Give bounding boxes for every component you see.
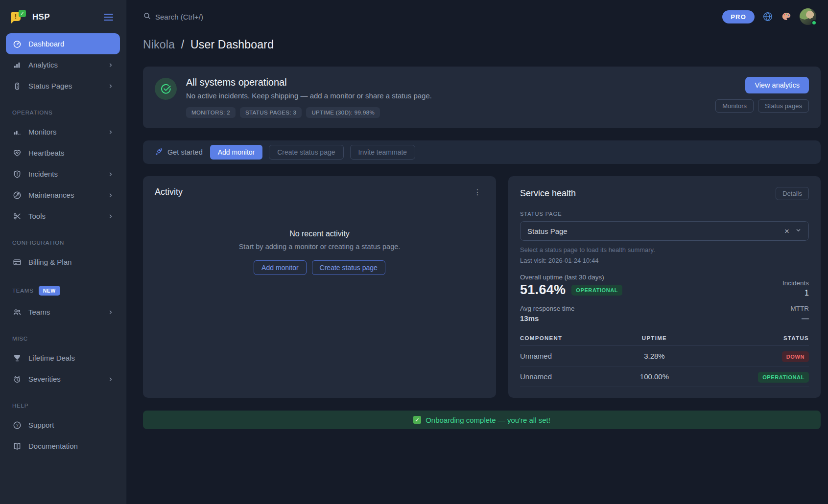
user-avatar[interactable] [800, 8, 816, 25]
breadcrumb-parent[interactable]: Nikola [143, 38, 175, 51]
chevron-right-icon [108, 129, 114, 135]
sidebar-item-documentation[interactable]: Documentation [6, 435, 120, 457]
sidebar-item-label: Severities [28, 375, 61, 383]
language-globe-icon[interactable] [762, 11, 773, 22]
table-row: Unnamed 100.00% OPERATIONAL [520, 367, 809, 387]
get-started-bar: Get started Add monitor Create status pa… [143, 140, 821, 164]
sidebar-item-severities[interactable]: Severities [6, 368, 120, 389]
global-search[interactable] [143, 12, 273, 22]
service-health-title: Service health [520, 188, 576, 199]
breadcrumb: Nikola / User Dashboard [126, 25, 828, 51]
online-status-dot [811, 20, 817, 25]
component-uptime: 100.00% [620, 367, 688, 387]
sidebar-item-status-pages[interactable]: Status Pages [6, 75, 120, 96]
create-status-page-button[interactable]: Create status page [269, 145, 343, 160]
kebab-menu-icon[interactable]: ⋮ [471, 187, 484, 197]
sidebar-item-lifetime-deals[interactable]: Lifetime Deals [6, 347, 120, 368]
get-started-label: Get started [155, 147, 203, 157]
table-row: Unnamed 3.28% DOWN [520, 346, 809, 367]
heart-pulse-icon [12, 148, 22, 158]
users-icon [12, 307, 22, 317]
sidebar-item-label: Maintenances [28, 191, 74, 199]
add-monitor-button[interactable]: Add monitor [210, 145, 262, 160]
sidebar-toggle-button[interactable] [102, 12, 115, 23]
status-page-field-label: STATUS PAGE [520, 211, 809, 217]
incidents-label: Incidents [782, 279, 809, 287]
mttr-label: MTTR [790, 305, 809, 312]
empty-state-subtitle: Start by adding a monitor or creating a … [155, 243, 484, 251]
sidebar-item-tools[interactable]: Tools [6, 206, 120, 227]
component-name: Unnamed [520, 346, 620, 367]
search-input[interactable] [155, 13, 273, 21]
sidebar-item-label: Incidents [28, 170, 58, 178]
incidents-value: 1 [782, 289, 809, 298]
overall-uptime-label: Overall uptime (last 30 days) [520, 274, 622, 281]
view-analytics-button[interactable]: View analytics [745, 77, 809, 93]
last-visit-text: Last visit: 2026-01-24 10:44 [520, 257, 809, 264]
chevron-right-icon [108, 192, 114, 198]
sidebar-item-label: Dashboard [28, 40, 64, 48]
sidebar-item-dashboard[interactable]: Dashboard [6, 33, 120, 54]
operational-check-icon [155, 78, 177, 100]
sidebar-item-maintenances[interactable]: Maintenances [6, 184, 120, 206]
sidebar-item-heartbeats[interactable]: Heartbeats [6, 142, 120, 163]
pro-plan-badge[interactable]: PRO [722, 10, 755, 23]
banner-text: Onboarding complete — you're all set! [426, 416, 550, 424]
sidebar-item-teams[interactable]: Teams [6, 301, 120, 322]
credit-card-icon [12, 257, 22, 267]
sidebar-item-support[interactable]: ? Support [6, 414, 120, 435]
sidebar: !✓ HSP Dashboard Analytics Status Pages … [0, 0, 126, 504]
status-page-select[interactable]: Status Page × [520, 221, 809, 241]
column-header-uptime: UPTIME [620, 331, 688, 346]
new-badge: NEW [39, 286, 60, 296]
chevron-right-icon [108, 213, 114, 219]
brand-header: !✓ HSP [6, 7, 120, 33]
system-status-card: All systems operational No active incide… [143, 67, 821, 128]
scissors-icon [12, 211, 22, 221]
chevron-right-icon [108, 376, 114, 382]
gauge-icon [12, 39, 22, 48]
sidebar-section-help: HELP [12, 403, 114, 409]
book-icon [12, 441, 22, 451]
uptime-30d-chip: UPTIME (30D): 99.98% [306, 107, 380, 118]
theme-palette-icon[interactable] [781, 11, 792, 22]
sidebar-item-billing-plan[interactable]: Billing & Plan [6, 252, 120, 273]
avg-response-value: 13ms [520, 314, 575, 322]
chevron-down-icon[interactable] [795, 227, 802, 235]
sidebar-item-label: Teams [28, 308, 50, 316]
monitors-link-button[interactable]: Monitors [715, 99, 754, 113]
empty-create-status-page-button[interactable]: Create status page [312, 260, 385, 275]
activity-title: Activity [155, 187, 183, 197]
invite-teammate-button[interactable]: Invite teammate [350, 145, 416, 160]
activity-card: Activity ⋮ No recent activity Start by a… [143, 176, 496, 398]
details-button[interactable]: Details [776, 187, 809, 200]
overall-uptime-value: 51.64% [520, 282, 566, 298]
sidebar-section-teams: TEAMS NEW [12, 286, 114, 296]
service-health-card: Service health Details STATUS PAGE Statu… [508, 176, 821, 398]
chart-bars-icon [12, 127, 22, 137]
sidebar-section-operations: OPERATIONS [12, 110, 114, 115]
chevron-right-icon [108, 83, 114, 89]
topbar: PRO [126, 0, 828, 25]
breadcrumb-separator: / [181, 38, 185, 51]
status-pages-link-button[interactable]: Status pages [758, 99, 809, 113]
sidebar-item-monitors[interactable]: Monitors [6, 121, 120, 142]
system-status-subtitle: No active incidents. Keep shipping — add… [186, 92, 432, 100]
page-title: User Dashboard [190, 38, 274, 51]
sidebar-item-incidents[interactable]: Incidents [6, 163, 120, 184]
bar-chart-icon [12, 60, 22, 69]
sidebar-item-analytics[interactable]: Analytics [6, 54, 120, 75]
clear-selection-icon[interactable]: × [784, 227, 789, 235]
rocket-icon [155, 147, 163, 157]
select-helper-text: Select a status page to load its health … [520, 246, 809, 253]
activity-empty-state: No recent activity Start by adding a mon… [155, 229, 484, 275]
wrench-circle-icon [12, 190, 22, 200]
sidebar-item-label: Documentation [28, 442, 78, 450]
status-pages-count-chip: STATUS PAGES: 3 [240, 107, 302, 118]
sidebar-item-label: Analytics [28, 61, 58, 69]
svg-text:?: ? [16, 423, 18, 428]
component-uptime: 3.28% [620, 346, 688, 367]
components-table: COMPONENT UPTIME STATUS Unnamed 3.28% DO… [520, 331, 809, 387]
search-icon [143, 12, 151, 22]
empty-add-monitor-button[interactable]: Add monitor [254, 260, 306, 275]
